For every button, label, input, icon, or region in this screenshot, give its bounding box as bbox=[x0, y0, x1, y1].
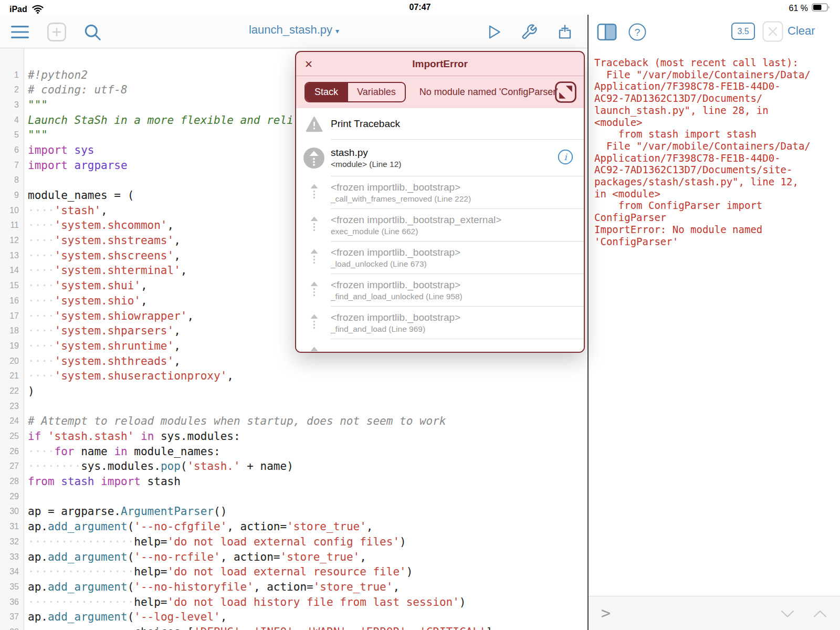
frame-location: _find_and_load_unlocked (Line 958) bbox=[331, 292, 584, 301]
panels-icon[interactable] bbox=[596, 22, 617, 43]
line-number: 34 bbox=[0, 564, 24, 580]
line-number: 27 bbox=[0, 459, 24, 474]
line-number: 30 bbox=[0, 504, 24, 519]
tools-icon[interactable] bbox=[519, 22, 540, 43]
title-dropdown-icon: ▾ bbox=[335, 27, 339, 35]
python-version-toggle[interactable]: 3.5 bbox=[731, 23, 755, 40]
svg-text:?: ? bbox=[635, 27, 640, 38]
stack-frame-row[interactable]: stash.py<module> (Line 12)i bbox=[296, 140, 584, 176]
frame-arrow-icon bbox=[302, 242, 326, 274]
console-output[interactable]: Traceback (most recent call last): File … bbox=[594, 57, 837, 592]
search-icon[interactable] bbox=[82, 22, 103, 43]
frame-arrow-icon bbox=[302, 176, 326, 209]
code-line: ····for name in module_names: bbox=[28, 444, 587, 459]
print-traceback-button[interactable]: Print Traceback bbox=[296, 108, 584, 140]
collapse-icon[interactable] bbox=[555, 81, 576, 103]
dialog-header: ✕ ImportError bbox=[296, 52, 584, 76]
menu-icon[interactable] bbox=[9, 22, 30, 43]
code-line: ) bbox=[28, 384, 587, 399]
line-number: 11 bbox=[0, 218, 24, 233]
error-message: No module named 'ConfigParser' bbox=[419, 87, 558, 98]
frame-title: <frozen importlib._bootstrap_external> bbox=[331, 214, 584, 226]
battery-percent: 61 % bbox=[789, 4, 808, 13]
run-icon[interactable] bbox=[484, 22, 505, 43]
line-number: 37 bbox=[0, 610, 24, 625]
tab-stack[interactable]: Stack bbox=[306, 83, 347, 101]
line-number: 25 bbox=[0, 429, 24, 444]
line-number: 35 bbox=[0, 580, 24, 595]
stack-frame-row[interactable]: <frozen importlib._bootstrap> bbox=[296, 339, 584, 353]
frame-title: Print Traceback bbox=[331, 118, 584, 130]
code-line: ap.add_argument('--no-cfgfile', action='… bbox=[28, 519, 587, 534]
line-number: 2 bbox=[0, 82, 24, 98]
dialog-controls: Stack Variables No module named 'ConfigP… bbox=[296, 76, 584, 108]
line-number: 38 bbox=[0, 625, 24, 630]
code-line: # Attempt to reload modules when startup… bbox=[28, 414, 587, 429]
stack-frame-row[interactable]: <frozen importlib._bootstrap_external>ex… bbox=[296, 209, 584, 242]
chevron-down-icon[interactable] bbox=[776, 606, 799, 622]
code-line: ········sys.modules.pop('stash.' + name) bbox=[28, 459, 587, 474]
line-number: 32 bbox=[0, 534, 24, 550]
line-number: 19 bbox=[0, 339, 24, 354]
frame-title: <frozen importlib._bootstrap> bbox=[331, 182, 584, 193]
line-number: 1 bbox=[0, 68, 24, 83]
line-number: 6 bbox=[0, 143, 24, 158]
line-number: 8 bbox=[0, 173, 24, 188]
line-number: 18 bbox=[0, 323, 24, 339]
module-frame-icon bbox=[302, 140, 326, 176]
code-line: ················help='do not load histor… bbox=[28, 595, 587, 610]
line-number: 13 bbox=[0, 248, 24, 264]
file-title: launch_stash.py bbox=[249, 23, 332, 36]
stack-variables-segmented-control: Stack Variables bbox=[304, 82, 406, 102]
line-number: 16 bbox=[0, 293, 24, 309]
frame-title: <frozen importlib._bootstrap> bbox=[331, 247, 584, 258]
line-number: 28 bbox=[0, 474, 24, 489]
code-line: ap = argparse.ArgumentParser() bbox=[28, 504, 587, 519]
frame-arrow-icon bbox=[302, 307, 326, 339]
line-number: 26 bbox=[0, 444, 24, 459]
line-number: 5 bbox=[0, 128, 24, 143]
line-number: 23 bbox=[0, 399, 24, 414]
status-bar: iPad 07:47 61 % bbox=[0, 0, 840, 16]
line-number: 14 bbox=[0, 263, 24, 278]
info-icon[interactable]: i bbox=[558, 149, 573, 167]
close-output-icon[interactable] bbox=[762, 21, 783, 42]
code-line: ················choices=['DEBUG', 'INFO'… bbox=[28, 625, 587, 630]
code-line: ····'system.shuseractionproxy', bbox=[28, 369, 587, 384]
pythonista-app: iPad 07:47 61 % launch_stash.py▾ bbox=[0, 0, 840, 630]
clock: 07:47 bbox=[0, 3, 840, 12]
line-number: 15 bbox=[0, 278, 24, 293]
code-line: ················help='do not load extern… bbox=[28, 534, 587, 550]
file-title-button[interactable]: launch_stash.py▾ bbox=[189, 23, 399, 37]
stack-frame-row[interactable]: <frozen importlib._bootstrap>_find_and_l… bbox=[296, 307, 584, 339]
console-input-bar[interactable]: > bbox=[589, 596, 840, 630]
stack-frame-row[interactable]: <frozen importlib._bootstrap>_find_and_l… bbox=[296, 274, 584, 307]
line-number: 22 bbox=[0, 384, 24, 399]
frame-title: <frozen importlib._bootstrap> bbox=[331, 350, 584, 353]
import-error-dialog: ✕ ImportError Stack Variables No module … bbox=[295, 51, 585, 353]
tab-variables[interactable]: Variables bbox=[347, 83, 405, 101]
frame-arrow-icon bbox=[302, 274, 326, 307]
stack-frame-row[interactable]: <frozen importlib._bootstrap>_call_with_… bbox=[296, 176, 584, 209]
export-icon[interactable] bbox=[554, 22, 575, 43]
line-number: 9 bbox=[0, 188, 24, 203]
line-number: 29 bbox=[0, 489, 24, 505]
code-line: ap.add_argument('--no-historyfile', acti… bbox=[28, 580, 587, 595]
clear-console-button[interactable]: Clear bbox=[788, 24, 815, 38]
frame-title: <frozen importlib._bootstrap> bbox=[331, 279, 584, 291]
frame-location: <module> (Line 12) bbox=[331, 160, 584, 169]
editor-gutter: 1234567891011121314151617181920212223242… bbox=[0, 48, 24, 630]
close-icon[interactable]: ✕ bbox=[304, 52, 313, 76]
svg-text:i: i bbox=[564, 152, 568, 162]
help-icon[interactable]: ? bbox=[627, 22, 648, 43]
line-number: 7 bbox=[0, 158, 24, 173]
code-line: ap.add_argument('--no-rcfile', action='s… bbox=[28, 550, 587, 565]
line-number: 17 bbox=[0, 309, 24, 324]
console-prompt: > bbox=[601, 604, 611, 622]
stack-frame-row[interactable]: <frozen importlib._bootstrap>_load_unloc… bbox=[296, 242, 584, 274]
stack-trace-list: Print Tracebackstash.py<module> (Line 12… bbox=[296, 108, 584, 353]
add-icon[interactable] bbox=[46, 22, 67, 43]
line-number: 4 bbox=[0, 113, 24, 128]
chevron-up-icon[interactable] bbox=[808, 606, 832, 622]
frame-location: _call_with_frames_removed (Line 222) bbox=[331, 194, 584, 204]
